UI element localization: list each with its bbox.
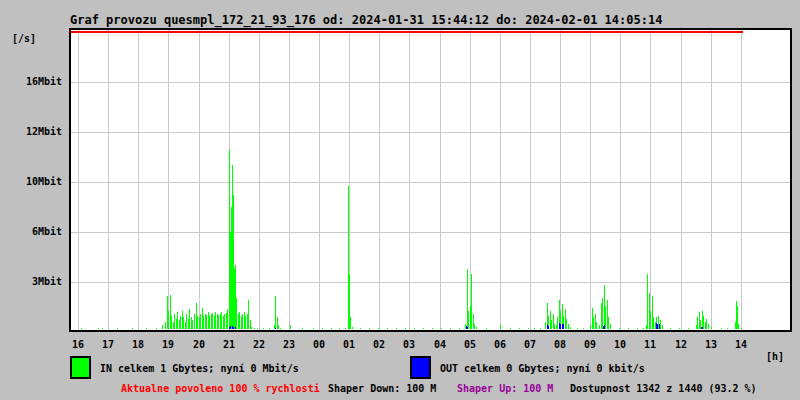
y-tick-label: 16Mbit [0, 76, 62, 87]
x-tick-label: 13 [698, 339, 724, 350]
x-tick-label: 22 [246, 339, 272, 350]
x-tick-label: 08 [547, 339, 573, 350]
status-shaper-up: Shaper Up: 100 M [457, 383, 553, 394]
x-tick-label: 20 [186, 339, 212, 350]
x-axis-unit-label: [h] [766, 351, 784, 362]
legend-in-label: IN celkem 1 Gbytes; nyní 0 Mbit/s [100, 363, 299, 374]
traffic-chart [0, 0, 800, 360]
legend-out-label: OUT celkem 0 Gbytes; nyní 0 kbit/s [440, 363, 645, 374]
x-tick-label: 18 [125, 339, 151, 350]
x-tick-label: 21 [216, 339, 242, 350]
x-tick-label: 00 [306, 339, 332, 350]
y-tick-label: 12Mbit [0, 126, 62, 137]
status-allowed-speed: Aktualne povoleno 100 % rychlosti [121, 383, 320, 394]
legend-out-swatch [410, 356, 431, 379]
x-tick-label: 10 [607, 339, 633, 350]
x-tick-label: 11 [637, 339, 663, 350]
x-tick-label: 04 [427, 339, 453, 350]
x-tick-label: 19 [155, 339, 181, 350]
plot-area [71, 30, 790, 330]
y-axis-unit-label: [/s] [12, 33, 36, 44]
status-shaper-down: Shaper Down: 100 M [328, 383, 436, 394]
x-tick-label: 23 [276, 339, 302, 350]
x-tick-label: 07 [517, 339, 543, 350]
x-tick-label: 01 [336, 339, 362, 350]
y-tick-label: 6Mbit [0, 226, 62, 237]
y-tick-label: 10Mbit [0, 176, 62, 187]
traffic-graph-page: Graf provozu quesmpl_172_21_93_176 od: 2… [0, 0, 800, 400]
x-tick-label: 17 [95, 339, 121, 350]
x-tick-label: 02 [366, 339, 392, 350]
x-tick-label: 12 [668, 339, 694, 350]
y-tick-label: 3Mbit [0, 276, 62, 287]
x-tick-label: 05 [457, 339, 483, 350]
x-tick-label: 09 [577, 339, 603, 350]
x-tick-label: 03 [396, 339, 422, 350]
legend-in-swatch [70, 356, 91, 379]
x-tick-label: 14 [728, 339, 754, 350]
status-availability: Dostupnost 1342 z 1440 (93.2 %) [570, 383, 757, 394]
x-tick-label: 16 [65, 339, 91, 350]
x-tick-label: 06 [487, 339, 513, 350]
